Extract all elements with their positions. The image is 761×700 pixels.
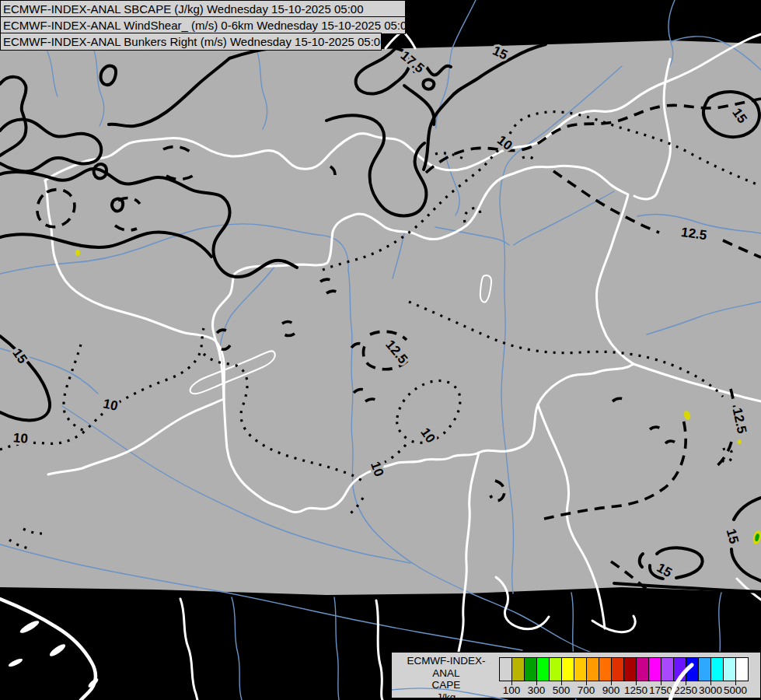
weather-map-page: 17.5151512.51012.5151010101012.51515 ECM… [0, 0, 761, 700]
legend-cell [710, 657, 724, 681]
legend-parameter-label: CAPE [396, 679, 496, 691]
legend-cell [673, 657, 686, 681]
contour-label: 10 [102, 396, 119, 414]
legend-cell [536, 657, 550, 681]
legend-cell [561, 657, 574, 681]
legend-cell [661, 657, 674, 681]
legend-cell [648, 657, 662, 681]
legend-cell [574, 657, 587, 681]
legend-cell [623, 657, 637, 681]
legend-cell [698, 657, 711, 681]
legend-cell [723, 657, 736, 681]
legend-tick-label: 5000 [718, 684, 752, 696]
cape-spot [738, 439, 742, 444]
title-bar-bunkers: ECMWF-INDEX-ANAL Bunkers Right (m/s) Wed… [0, 33, 382, 51]
contour-label: 10 [12, 430, 29, 446]
legend-cell [735, 657, 749, 681]
legend-cell [599, 657, 612, 681]
title-text-sbcape: ECMWF-INDEX-ANAL SBCAPE (J/kg) Wednesday… [3, 2, 364, 16]
cape-color-legend: ECMWF-INDEX-ANAL CAPE J/kg 1003005007009… [391, 652, 761, 698]
legend-unit-label: J/kg [396, 691, 496, 700]
legend-cell [524, 657, 537, 681]
title-bar-windshear: ECMWF-INDEX-ANAL WindShear_ (m/s) 0-6km … [0, 16, 406, 34]
legend-cell [686, 657, 699, 681]
title-text-windshear: ECMWF-INDEX-ANAL WindShear_ (m/s) 0-6km … [3, 19, 406, 32]
legend-cell [586, 657, 599, 681]
title-bar-sbcape: ECMWF-INDEX-ANAL SBCAPE (J/kg) Wednesday… [0, 0, 406, 18]
cape-spot [75, 250, 80, 256]
legend-cell [511, 657, 525, 681]
weather-map: 17.5151512.51012.5151010101012.51515 [0, 0, 761, 700]
legend-cell [549, 657, 562, 681]
legend-cell [636, 657, 649, 681]
legend-product-label: ECMWF-INDEX-ANAL [396, 655, 496, 679]
legend-cell [611, 657, 624, 681]
legend-cell [499, 657, 512, 681]
legend-title: ECMWF-INDEX-ANAL CAPE J/kg [396, 655, 496, 700]
title-text-bunkers: ECMWF-INDEX-ANAL Bunkers Right (m/s) Wed… [3, 35, 382, 48]
